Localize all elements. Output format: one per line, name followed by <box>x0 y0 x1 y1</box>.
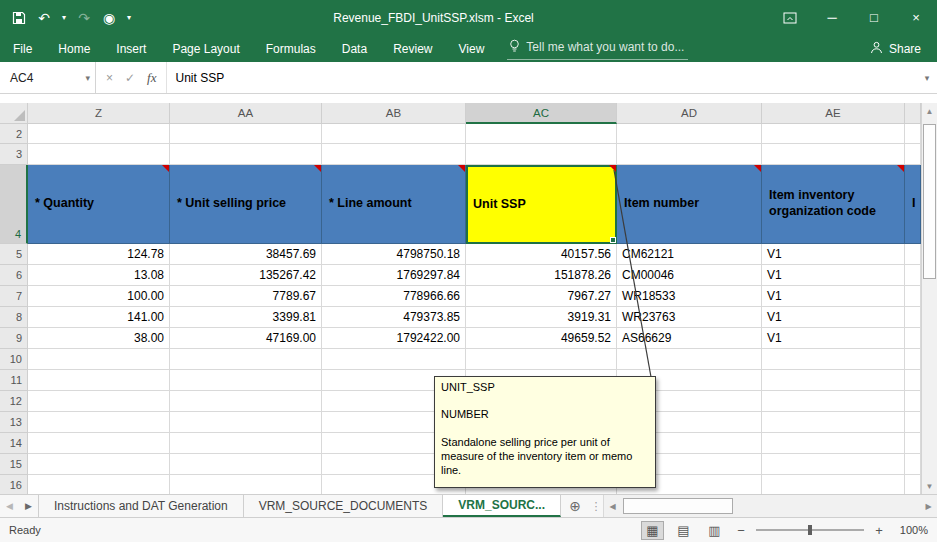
cell[interactable]: 141.00 <box>28 307 170 328</box>
formula-bar-expand-icon[interactable]: ▾ <box>917 62 937 93</box>
maximize-icon[interactable]: □ <box>853 0 895 35</box>
cell[interactable]: 40157.56 <box>466 244 617 265</box>
formula-input[interactable]: Unit SSP <box>167 62 917 93</box>
cell[interactable] <box>170 412 322 433</box>
cell[interactable]: 135267.42 <box>170 265 322 286</box>
cell[interactable]: 479373.85 <box>322 307 466 328</box>
scroll-left-icon[interactable]: ◀ <box>604 495 621 517</box>
cell[interactable]: V1 <box>762 307 905 328</box>
cell[interactable] <box>322 349 466 370</box>
undo-dropdown-icon[interactable]: ▾ <box>58 6 70 30</box>
cell[interactable] <box>466 349 617 370</box>
cell[interactable] <box>905 244 921 265</box>
cell-partial-header[interactable]: I <box>905 165 921 244</box>
cell[interactable] <box>170 144 322 165</box>
cell[interactable] <box>617 349 762 370</box>
row-header-4[interactable]: 4 <box>0 165 28 244</box>
horizontal-scroll-thumb[interactable] <box>623 498 733 514</box>
column-header-aa[interactable]: AA <box>170 103 322 124</box>
row-header-11[interactable]: 11 <box>0 370 28 391</box>
column-header-ac[interactable]: AC <box>466 103 617 124</box>
cell[interactable] <box>762 475 905 494</box>
cell[interactable] <box>905 433 921 454</box>
row-header-6[interactable]: 6 <box>0 265 28 286</box>
row-header-13[interactable]: 13 <box>0 412 28 433</box>
cell[interactable]: 38.00 <box>28 328 170 349</box>
cell[interactable] <box>762 144 905 165</box>
cell-line-amount-header[interactable]: * Line amount <box>322 165 466 244</box>
cell[interactable]: 7789.67 <box>170 286 322 307</box>
scroll-down-icon[interactable]: ▼ <box>922 478 937 494</box>
cell[interactable] <box>617 124 762 144</box>
cell[interactable]: 3919.31 <box>466 307 617 328</box>
cell[interactable] <box>617 144 762 165</box>
sheet-nav-left-icon[interactable]: ◀ <box>0 495 19 517</box>
cell[interactable] <box>905 454 921 475</box>
cell[interactable] <box>905 286 921 307</box>
cell[interactable] <box>28 433 170 454</box>
cell[interactable]: AS66629 <box>617 328 762 349</box>
cell[interactable]: 3399.81 <box>170 307 322 328</box>
cell[interactable] <box>322 144 466 165</box>
cell[interactable] <box>905 307 921 328</box>
row-header-7[interactable]: 7 <box>0 286 28 307</box>
tab-data[interactable]: Data <box>329 35 380 62</box>
cell[interactable]: WR23763 <box>617 307 762 328</box>
select-all-corner[interactable] <box>0 103 28 124</box>
cell[interactable] <box>905 124 921 144</box>
minimize-icon[interactable]: ─ <box>811 0 853 35</box>
tab-home[interactable]: Home <box>45 35 103 62</box>
tab-page-layout[interactable]: Page Layout <box>159 35 252 62</box>
cell[interactable]: 151878.26 <box>466 265 617 286</box>
cell[interactable]: V1 <box>762 265 905 286</box>
sheet-nav-right-icon[interactable]: ▶ <box>19 495 38 517</box>
tell-me-box[interactable]: Tell me what you want to do... <box>507 38 688 60</box>
cell[interactable]: 38457.69 <box>170 244 322 265</box>
row-header-2[interactable]: 2 <box>0 124 28 144</box>
share-button[interactable]: Share <box>864 35 927 62</box>
cell[interactable] <box>905 265 921 286</box>
cell[interactable] <box>28 370 170 391</box>
cell[interactable] <box>28 412 170 433</box>
sheet-tab-active-vrm-sourc[interactable]: VRM_SOURC... <box>443 495 561 517</box>
cell[interactable] <box>762 433 905 454</box>
insert-function-icon[interactable]: fx <box>147 70 156 86</box>
cell[interactable] <box>466 124 617 144</box>
cell[interactable]: 1792422.00 <box>322 328 466 349</box>
cell[interactable]: WR18533 <box>617 286 762 307</box>
cell[interactable] <box>905 349 921 370</box>
cell[interactable] <box>170 370 322 391</box>
touch-mode-icon[interactable]: ◉ <box>98 6 120 30</box>
cell[interactable]: V1 <box>762 328 905 349</box>
row-header-8[interactable]: 8 <box>0 307 28 328</box>
cell[interactable] <box>322 124 466 144</box>
cell[interactable]: 100.00 <box>28 286 170 307</box>
cell-unit-selling-price-header[interactable]: * Unit selling price <box>170 165 322 244</box>
cell[interactable] <box>28 475 170 494</box>
cell[interactable] <box>762 349 905 370</box>
cell[interactable]: V1 <box>762 244 905 265</box>
row-header-5[interactable]: 5 <box>0 244 28 265</box>
vertical-scroll-thumb[interactable] <box>923 124 936 279</box>
cell[interactable] <box>170 475 322 494</box>
cell[interactable]: 13.08 <box>28 265 170 286</box>
page-layout-view-icon[interactable]: ▤ <box>672 521 695 540</box>
cell[interactable] <box>28 144 170 165</box>
row-header-15[interactable]: 15 <box>0 454 28 475</box>
tab-insert[interactable]: Insert <box>103 35 159 62</box>
column-header-z[interactable]: Z <box>28 103 170 124</box>
row-header-16[interactable]: 16 <box>0 475 28 494</box>
name-box[interactable]: AC4 ▾ <box>0 62 96 93</box>
active-cell-ac4[interactable]: Unit SSP <box>466 165 617 244</box>
cell[interactable]: V1 <box>762 286 905 307</box>
cell[interactable]: CM00046 <box>617 265 762 286</box>
scroll-right-icon[interactable]: ▶ <box>920 495 937 517</box>
cell[interactable] <box>905 328 921 349</box>
cell[interactable] <box>28 454 170 475</box>
cell[interactable] <box>762 454 905 475</box>
cell[interactable] <box>762 124 905 144</box>
cell[interactable] <box>905 144 921 165</box>
cell[interactable]: 124.78 <box>28 244 170 265</box>
zoom-out-icon[interactable]: − <box>734 523 748 538</box>
column-header-ae[interactable]: AE <box>762 103 905 124</box>
